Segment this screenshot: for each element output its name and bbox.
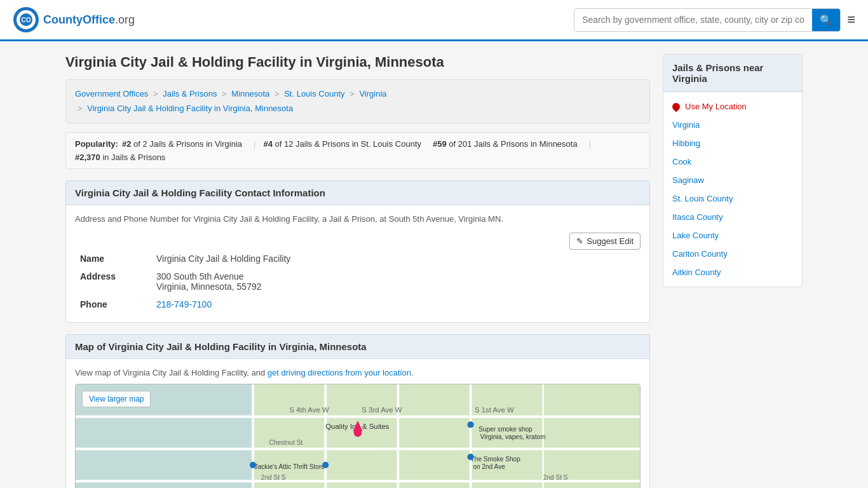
breadcrumb-link-stlouis[interactable]: St. Louis County bbox=[284, 89, 344, 98]
svg-point-35 bbox=[322, 462, 329, 468]
svg-text:2nd St S: 2nd St S bbox=[261, 473, 286, 480]
contact-description: Address and Phone Number for Virginia Ci… bbox=[75, 214, 641, 224]
address-row: Address 300 South 5th Avenue Virginia, M… bbox=[75, 268, 641, 295]
svg-text:2nd St S: 2nd St S bbox=[543, 473, 568, 480]
pop-rank2: #4 of 12 Jails & Prisons in St. Louis Co… bbox=[263, 139, 421, 149]
breadcrumb-link-gov[interactable]: Government Offices bbox=[75, 89, 148, 98]
address-value: 300 South 5th Avenue Virginia, Minnesota… bbox=[151, 268, 641, 295]
search-bar: 🔍 bbox=[574, 8, 841, 32]
contact-info-table: Name Virginia City Jail & Holding Facili… bbox=[75, 250, 641, 313]
sidebar-item-stlouis: St. Louis County bbox=[663, 189, 802, 208]
header-right: 🔍 ≡ bbox=[574, 8, 855, 32]
name-label: Name bbox=[75, 250, 151, 268]
sidebar-link-saginaw[interactable]: Saginaw bbox=[663, 171, 802, 189]
driving-directions-link[interactable]: get driving directions from your locatio… bbox=[268, 368, 411, 377]
svg-text:S 1st Ave W: S 1st Ave W bbox=[475, 406, 514, 414]
svg-text:The Smoke Shop: The Smoke Shop bbox=[471, 455, 521, 462]
site-header: CO CountyOffice.org 🔍 ≡ bbox=[0, 0, 868, 41]
svg-text:Chestnut St: Chestnut St bbox=[269, 439, 302, 446]
edit-icon: ✎ bbox=[576, 236, 583, 246]
svg-text:Super smoke shop: Super smoke shop bbox=[478, 425, 532, 432]
view-larger-map-button[interactable]: View larger map bbox=[82, 391, 151, 407]
sidebar-link-lake[interactable]: Lake County bbox=[663, 226, 802, 245]
svg-point-34 bbox=[468, 454, 474, 460]
svg-text:Jackie's Attic Thrift Store: Jackie's Attic Thrift Store bbox=[255, 463, 325, 470]
sidebar-item-aitkin: Aitkin County bbox=[663, 263, 802, 281]
page-title: Virginia City Jail & Holding Facility in… bbox=[65, 54, 650, 71]
logo-text: CountyOffice.org bbox=[43, 13, 135, 27]
location-pin-icon bbox=[671, 101, 682, 112]
suggest-edit-button[interactable]: ✎ Suggest Edit bbox=[569, 233, 641, 250]
breadcrumb: Government Offices > Jails & Prisons > M… bbox=[65, 79, 650, 123]
sidebar-link-stlouis[interactable]: St. Louis County bbox=[663, 189, 802, 208]
map-placeholder: S 4th Ave W S 3rd Ave W S 1st Ave W Ches… bbox=[75, 384, 641, 488]
popularity-label: Popularity: bbox=[75, 139, 118, 149]
sidebar-item-saginaw: Saginaw bbox=[663, 171, 802, 189]
sidebar-link-carlton[interactable]: Carlton County bbox=[663, 245, 802, 263]
sidebar-list: Use My Location Virginia Hibbing Cook Sa… bbox=[663, 92, 802, 287]
sidebar-item-cook: Cook bbox=[663, 152, 802, 171]
svg-point-37 bbox=[250, 462, 256, 468]
content-wrapper: Virginia City Jail & Holding Facility in… bbox=[53, 41, 815, 488]
sidebar-item-carlton: Carlton County bbox=[663, 245, 802, 263]
search-input[interactable] bbox=[574, 10, 812, 30]
address-label: Address bbox=[75, 268, 151, 295]
sidebar-link-aitkin[interactable]: Aitkin County bbox=[663, 263, 802, 281]
pop-rank4: #2,370 in Jails & Prisons bbox=[75, 152, 165, 162]
name-value: Virginia City Jail & Holding Facility bbox=[151, 250, 641, 268]
contact-section-header: Virginia City Jail & Holding Facility Co… bbox=[65, 180, 650, 205]
sidebar-header: Jails & Prisons near Virginia bbox=[663, 55, 802, 92]
sidebar-link-cook[interactable]: Cook bbox=[663, 152, 802, 171]
pop-rank1: #2 of 2 Jails & Prisons in Virginia bbox=[122, 139, 242, 149]
contact-section-body: Address and Phone Number for Virginia Ci… bbox=[65, 205, 650, 323]
phone-link[interactable]: 218-749-7100 bbox=[156, 299, 212, 309]
use-location-link[interactable]: Use My Location bbox=[663, 97, 802, 116]
svg-text:on 2nd Ave: on 2nd Ave bbox=[473, 463, 505, 470]
breadcrumb-link-virginia[interactable]: Virginia bbox=[359, 89, 386, 98]
map-section-body: View map of Virginia City Jail & Holding… bbox=[65, 359, 650, 488]
sidebar-item-lake: Lake County bbox=[663, 226, 802, 245]
map-description: View map of Virginia City Jail & Holding… bbox=[75, 368, 641, 377]
sidebar: Jails & Prisons near Virginia Use My Loc… bbox=[663, 54, 803, 488]
search-button[interactable]: 🔍 bbox=[812, 9, 840, 31]
breadcrumb-link-facility[interactable]: Virginia City Jail & Holding Facility in… bbox=[87, 104, 293, 113]
svg-text:S 4th Ave W: S 4th Ave W bbox=[289, 406, 329, 414]
svg-text:CO: CO bbox=[22, 17, 31, 24]
sidebar-item-hibbing: Hibbing bbox=[663, 134, 802, 152]
sidebar-item-virginia: Virginia bbox=[663, 116, 802, 134]
pop-rank3: #59 of 201 Jails & Prisons in Minnesota bbox=[433, 139, 578, 149]
map-visual: S 4th Ave W S 3rd Ave W S 1st Ave W Ches… bbox=[76, 384, 640, 488]
menu-button[interactable]: ≡ bbox=[847, 13, 855, 27]
name-row: Name Virginia City Jail & Holding Facili… bbox=[75, 250, 641, 268]
phone-row: Phone 218-749-7100 bbox=[75, 295, 641, 313]
sidebar-link-virginia[interactable]: Virginia bbox=[663, 116, 802, 134]
breadcrumb-link-jails[interactable]: Jails & Prisons bbox=[163, 89, 217, 98]
phone-label: Phone bbox=[75, 295, 151, 313]
sidebar-item-itasca: Itasca County bbox=[663, 208, 802, 226]
sidebar-box: Jails & Prisons near Virginia Use My Loc… bbox=[663, 54, 803, 287]
breadcrumb-link-mn[interactable]: Minnesota bbox=[231, 89, 269, 98]
popularity-bar: Popularity: #2 of 2 Jails & Prisons in V… bbox=[65, 132, 650, 169]
sidebar-item-use-location: Use My Location bbox=[663, 97, 802, 116]
sidebar-link-itasca[interactable]: Itasca County bbox=[663, 208, 802, 226]
phone-value: 218-749-7100 bbox=[151, 295, 641, 313]
svg-text:S 3rd Ave W: S 3rd Ave W bbox=[362, 406, 402, 414]
svg-point-33 bbox=[468, 421, 474, 428]
logo-area: CO CountyOffice.org bbox=[13, 6, 135, 33]
svg-text:Virginia, vapes, kratom: Virginia, vapes, kratom bbox=[480, 433, 546, 440]
logo-icon: CO bbox=[13, 6, 39, 33]
sidebar-link-hibbing[interactable]: Hibbing bbox=[663, 134, 802, 152]
main-content: Virginia City Jail & Holding Facility in… bbox=[65, 54, 650, 488]
map-section-header: Map of Virginia City Jail & Holding Faci… bbox=[65, 334, 650, 359]
